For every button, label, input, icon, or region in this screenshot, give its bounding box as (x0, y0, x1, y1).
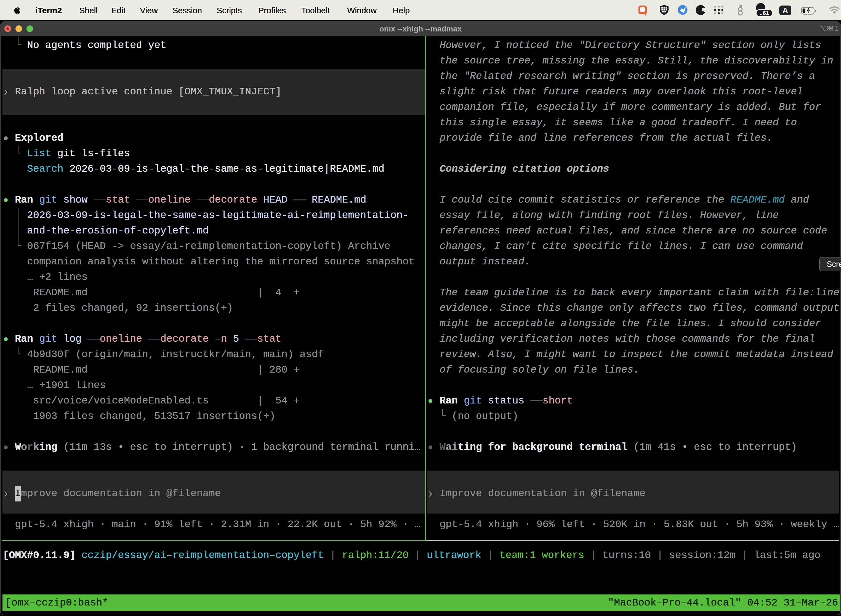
svg-text:1: 1 (835, 24, 838, 32)
svg-text:..61: ..61 (759, 10, 769, 16)
